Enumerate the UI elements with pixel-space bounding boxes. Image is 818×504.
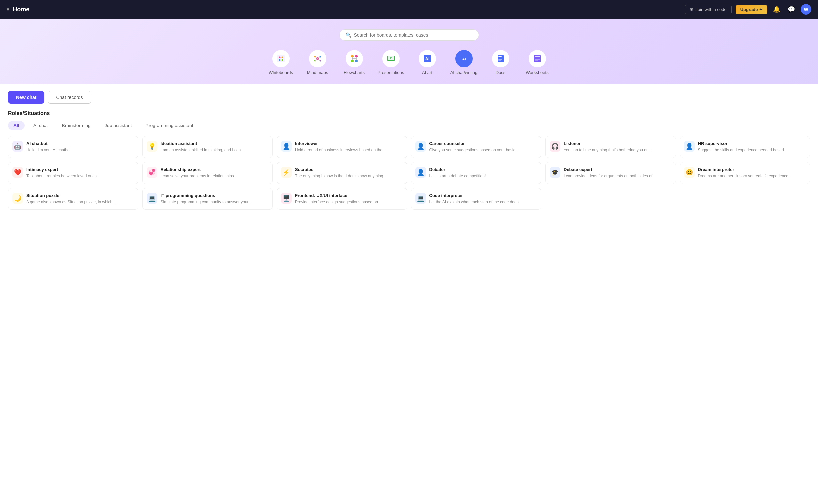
- tool-label-worksheets: Worksheets: [526, 70, 548, 75]
- svg-rect-32: [498, 60, 501, 61]
- role-card[interactable]: 💡 Ideation assistant I am an assistant s…: [142, 136, 273, 158]
- tool-docs[interactable]: Docs: [486, 50, 516, 75]
- svg-rect-31: [498, 59, 502, 60]
- role-name: Intimacy expert: [26, 167, 134, 172]
- svg-rect-0: [277, 55, 285, 62]
- tool-worksheets[interactable]: Worksheets: [522, 50, 552, 75]
- messages-button[interactable]: 💬: [786, 4, 797, 15]
- role-info: AI chatbot Hello, I'm your AI chatbot.: [26, 141, 134, 153]
- role-info: IT programming questions Simulate progra…: [161, 193, 269, 205]
- upgrade-button[interactable]: Upgrade ✦: [736, 5, 767, 14]
- role-card[interactable]: 💻 IT programming questions Simulate prog…: [142, 188, 273, 210]
- filter-programming-assistant[interactable]: Programming assistant: [140, 121, 199, 130]
- svg-point-3: [279, 59, 280, 61]
- svg-text:P: P: [390, 57, 392, 59]
- role-card[interactable]: 👤 Career counselor Give you some suggest…: [411, 136, 542, 158]
- role-info: Situation puzzle A game also known as Si…: [26, 193, 134, 205]
- join-code-button[interactable]: ⊞ Join with a code: [685, 5, 731, 14]
- role-card[interactable]: 🤖 AI chatbot Hello, I'm your AI chatbot.: [8, 136, 138, 158]
- role-card[interactable]: 🖥️ Frontend: UX/UI interface Provide int…: [277, 188, 407, 210]
- banner: 🔍 Whiteboards: [0, 19, 818, 84]
- role-desc: A game also known as Situation puzzle, i…: [26, 199, 134, 205]
- role-name: Situation puzzle: [26, 193, 134, 198]
- search-icon: 🔍: [346, 32, 351, 38]
- filter-all[interactable]: All: [8, 121, 25, 130]
- svg-point-2: [281, 57, 283, 58]
- avatar[interactable]: W: [801, 4, 811, 15]
- svg-rect-35: [535, 58, 540, 58]
- role-icon: 👤: [415, 167, 426, 178]
- tool-grid: Whiteboards Mi: [266, 50, 552, 75]
- tool-icon-mindmaps: [309, 50, 326, 67]
- role-card[interactable]: 🌙 Situation puzzle A game also known as …: [8, 188, 138, 210]
- role-icon: 💡: [147, 141, 157, 152]
- filter-ai-chat[interactable]: AI chat: [28, 121, 53, 130]
- search-input[interactable]: [354, 32, 473, 38]
- svg-rect-16: [351, 60, 354, 62]
- role-desc: You can tell me anything that's botherin…: [564, 147, 672, 153]
- role-card[interactable]: 👤 HR supervisor Suggest the skills and e…: [680, 136, 810, 158]
- role-desc: Hello, I'm your AI chatbot.: [26, 147, 134, 153]
- menu-icon[interactable]: ≡: [7, 7, 9, 12]
- role-card[interactable]: 🎧 Listener You can tell me anything that…: [545, 136, 676, 158]
- main-content: 🔍 Whiteboards: [0, 19, 818, 504]
- main-section: New chat Chat records Roles/Situations A…: [0, 84, 818, 216]
- role-name: Ideation assistant: [161, 141, 269, 146]
- tool-icon-flowcharts: [346, 50, 363, 67]
- role-desc: Suggest the skills and experience needed…: [698, 147, 806, 153]
- role-name: Interviewer: [295, 141, 403, 146]
- role-desc: Let the AI explain what each step of the…: [429, 199, 537, 205]
- tool-ai-art[interactable]: AI AI art: [412, 50, 442, 75]
- join-icon: ⊞: [690, 7, 693, 12]
- role-card[interactable]: 😊 Dream interpreter Dreams are another i…: [680, 162, 810, 184]
- filter-brainstorming[interactable]: Brainstorming: [56, 121, 96, 130]
- svg-text:AI: AI: [462, 57, 466, 61]
- role-card[interactable]: 👤 Debater Let's start a debate competiti…: [411, 162, 542, 184]
- filter-tabs: All AI chat Brainstorming Job assistant …: [8, 121, 810, 130]
- tool-flowcharts[interactable]: Flowcharts: [339, 50, 369, 75]
- role-icon: 💞: [147, 167, 157, 178]
- role-info: HR supervisor Suggest the skills and exp…: [698, 141, 806, 153]
- tool-mindmaps[interactable]: Mind maps: [303, 50, 333, 75]
- role-card[interactable]: 💞 Relationship expert I can solve your p…: [142, 162, 273, 184]
- role-card[interactable]: ⚡ Socrates The only thing I know is that…: [277, 162, 407, 184]
- header-right: ⊞ Join with a code Upgrade ✦ 🔔 💬 W: [685, 4, 811, 15]
- tool-label-flowcharts: Flowcharts: [344, 70, 365, 75]
- role-icon: 👤: [684, 141, 695, 152]
- role-name: IT programming questions: [161, 193, 269, 198]
- tool-label-whiteboards: Whiteboards: [269, 70, 293, 75]
- tool-ai-chat-writing[interactable]: AI AI chat/writing: [449, 50, 479, 75]
- tool-icon-ai-art: AI: [419, 50, 436, 67]
- role-info: Interviewer Hold a round of business int…: [295, 141, 403, 153]
- filter-job-assistant[interactable]: Job assistant: [99, 121, 137, 130]
- role-name: Career counselor: [429, 141, 537, 146]
- role-icon: 🖥️: [281, 193, 292, 204]
- tool-whiteboards[interactable]: Whiteboards: [266, 50, 296, 75]
- role-card[interactable]: 💻 Code interpreter Let the AI explain wh…: [411, 188, 542, 210]
- role-name: Frontend: UX/UI interface: [295, 193, 403, 198]
- role-name: AI chatbot: [26, 141, 134, 146]
- role-info: Debater Let's start a debate competition…: [429, 167, 537, 179]
- svg-rect-33: [534, 55, 541, 62]
- role-desc: Let's start a debate competition!: [429, 173, 537, 179]
- new-chat-button[interactable]: New chat: [8, 91, 44, 104]
- role-icon: ❤️: [12, 167, 23, 178]
- role-info: Relationship expert I can solve your pro…: [161, 167, 269, 179]
- chat-records-button[interactable]: Chat records: [48, 91, 91, 104]
- role-icon: 🌙: [12, 193, 23, 204]
- tool-icon-presentations: P: [382, 50, 400, 67]
- role-info: Intimacy expert Talk about troubles betw…: [26, 167, 134, 179]
- role-desc: Provide interface design suggestions bas…: [295, 199, 403, 205]
- role-card[interactable]: 👤 Interviewer Hold a round of business i…: [277, 136, 407, 158]
- role-name: Code interpreter: [429, 193, 537, 198]
- page-title: Home: [13, 6, 29, 13]
- tool-icon-whiteboards: [272, 50, 290, 67]
- role-card[interactable]: 🎓 Debate expert I can provide ideas for …: [545, 162, 676, 184]
- svg-rect-34: [535, 56, 540, 57]
- tool-presentations[interactable]: P Presentations: [376, 50, 406, 75]
- notifications-button[interactable]: 🔔: [771, 4, 782, 15]
- role-card[interactable]: ❤️ Intimacy expert Talk about troubles b…: [8, 162, 138, 184]
- search-bar[interactable]: 🔍: [339, 29, 479, 41]
- tool-label-mindmaps: Mind maps: [307, 70, 328, 75]
- tool-icon-docs: [492, 50, 509, 67]
